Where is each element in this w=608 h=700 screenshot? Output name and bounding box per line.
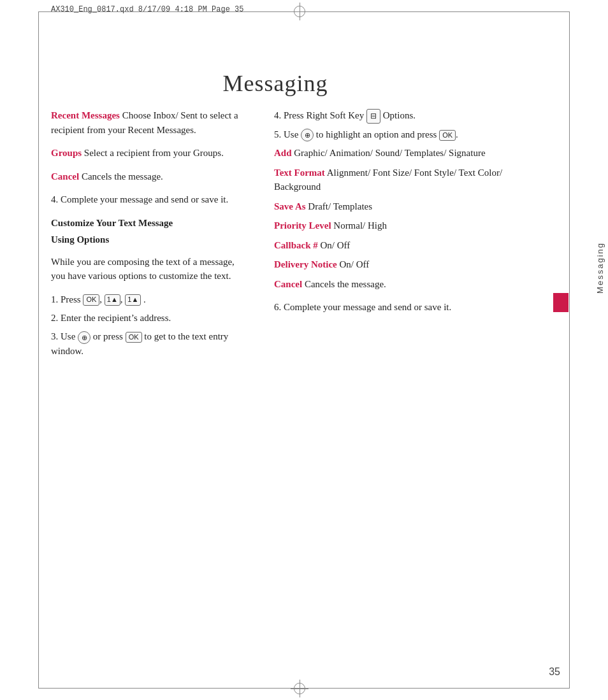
page-title: Messaging	[0, 70, 551, 97]
sidebar-bar	[553, 293, 568, 312]
while-text: While you are composing the text of a me…	[51, 257, 235, 282]
delivery-text: On/ Off	[337, 259, 370, 269]
cancel-right-text: Cancels the message.	[302, 279, 386, 289]
groups-text: Select a recipient from your Groups.	[82, 148, 224, 158]
step2-text: 2. Enter the recipient’s address.	[51, 313, 171, 323]
key1a-icon: 1▲	[105, 294, 120, 305]
reg-mark-bottom	[294, 683, 305, 694]
text-format-label: Text Format	[274, 168, 325, 178]
add-text: Graphic/ Animation/ Sound/ Templates/ Si…	[292, 148, 486, 158]
step4-right-para: 4. Press Right Soft Key ⊟ Options.	[274, 108, 551, 124]
step5-end: .	[456, 129, 458, 139]
priority-para: Priority Level Normal/ High	[274, 218, 551, 233]
customize-heading: Customize Your Text Message	[51, 216, 249, 231]
cancel-right-para: Cancel Cancels the message.	[274, 277, 551, 292]
save-as-label: Save As	[274, 201, 306, 211]
step4-right-prefix: 4. Press Right Soft Key	[274, 110, 366, 120]
step4-right-suffix: Options.	[383, 110, 416, 120]
sidebar-label: Messaging	[595, 242, 608, 294]
nav-icon: ⊕	[78, 331, 90, 344]
using-options-text: Using Options	[51, 234, 109, 245]
priority-label: Priority Level	[274, 220, 331, 231]
step6-text: 6. Complete your message and send or sav…	[274, 302, 451, 312]
recent-messages-para: Recent Messages Choose Inbox/ Sent to se…	[51, 108, 249, 137]
step3-para: 3. Use ⊕ or press OK to get to the text …	[51, 329, 249, 359]
step6-para: 6. Complete your message and send or sav…	[274, 300, 551, 315]
step2-para: 2. Enter the recipient’s address.	[51, 311, 249, 325]
cancel-right-label: Cancel	[274, 279, 302, 289]
add-para: Add Graphic/ Animation/ Sound/ Templates…	[274, 146, 551, 161]
header-line: AX310_Eng_0817.qxd 8/17/09 4:18 PM Page …	[51, 5, 557, 14]
right-column: 4. Press Right Soft Key ⊟ Options. 5. Us…	[274, 108, 551, 649]
nav-icon2: ⊕	[301, 129, 314, 141]
save-as-para: Save As Draft/ Templates	[274, 199, 551, 214]
cancel-text: Cancels the message.	[79, 171, 163, 182]
callback-label: Callback #	[274, 240, 318, 250]
page-number: 35	[549, 666, 560, 678]
groups-para: Groups Select a recipient from your Grou…	[51, 146, 249, 161]
ok-icon3: OK	[439, 130, 456, 141]
using-options-heading: Using Options	[51, 232, 249, 247]
step3-suffix: or press	[90, 331, 126, 341]
priority-text: Normal/ High	[331, 220, 387, 231]
while-text-para: While you are composing the text of a me…	[51, 255, 249, 283]
step1-para: 1. Press OK, 1▲, 1▲ .	[51, 292, 249, 307]
step4-left: 4. Complete your message and send or sav…	[51, 192, 249, 207]
ok-icon: OK	[83, 294, 99, 305]
content-area: Recent Messages Choose Inbox/ Sent to se…	[51, 108, 551, 649]
text-format-para: Text Format Alignment/ Font Size/ Font S…	[274, 166, 551, 194]
callback-text: On/ Off	[318, 240, 351, 250]
callback-para: Callback # On/ Off	[274, 238, 551, 253]
step1-prefix: 1. Press	[51, 294, 83, 304]
customize-heading-text: Customize Your Text Message	[51, 218, 173, 228]
step3-prefix: 3. Use	[51, 331, 78, 341]
groups-label: Groups	[51, 148, 82, 158]
file-info: AX310_Eng_0817.qxd 8/17/09 4:18 PM Page …	[51, 5, 243, 14]
recent-messages-label: Recent Messages	[51, 110, 120, 120]
soft-key-icon: ⊟	[366, 109, 380, 124]
add-label: Add	[274, 148, 292, 158]
save-as-text: Draft/ Templates	[306, 201, 372, 211]
left-column: Recent Messages Choose Inbox/ Sent to se…	[51, 108, 249, 649]
cancel-para: Cancel Cancels the message.	[51, 169, 249, 184]
step5-prefix: 5. Use	[274, 129, 301, 139]
delivery-para: Delivery Notice On/ Off	[274, 257, 551, 272]
page-border-left	[38, 11, 39, 689]
step4-text: 4. Complete your message and send or sav…	[51, 194, 228, 204]
ok-icon2: OK	[126, 332, 142, 343]
step5-para: 5. Use ⊕ to highlight an option and pres…	[274, 127, 551, 142]
delivery-label: Delivery Notice	[274, 259, 337, 269]
cancel-label: Cancel	[51, 171, 79, 182]
page-border-right	[569, 11, 570, 689]
step5-middle: to highlight an option and press	[314, 129, 439, 139]
key1b-icon: 1▲	[125, 294, 141, 305]
